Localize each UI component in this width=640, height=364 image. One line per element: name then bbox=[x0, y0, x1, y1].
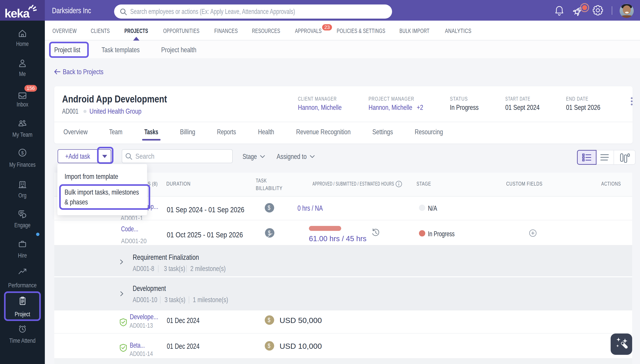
svg-text:$: $ bbox=[21, 150, 24, 155]
